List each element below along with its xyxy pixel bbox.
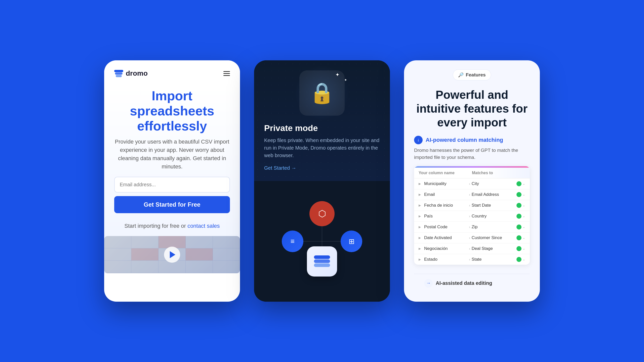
chevron-icon: ⌄: [522, 257, 525, 261]
headline-line2: spreadsheets: [130, 104, 214, 118]
sparkle-2-icon: ✦: [344, 78, 347, 82]
get-started-link[interactable]: Get Started →: [264, 165, 380, 171]
orbit-right-node: ⊞: [341, 231, 362, 252]
subtext: Start importing for free or contact sale…: [114, 222, 230, 230]
phone3-title: Powerful and intuitive features for ever…: [404, 85, 540, 136]
col-right-3: Country: [472, 214, 515, 219]
column-match-table: Your column name Matches to ▶ Municipali…: [414, 166, 530, 265]
expand-icon: ▶: [419, 236, 422, 240]
col-right-4: Zip: [472, 224, 515, 230]
expand-icon: ▶: [419, 214, 422, 218]
get-started-text: Get Started →: [264, 165, 296, 171]
headline-accent: effortlessly: [137, 119, 207, 133]
col-right-6: Deal Stage: [472, 246, 515, 251]
video-overlay: [104, 236, 240, 273]
chevron-icon: ⌄: [522, 236, 525, 240]
hero-description: Provide your users with a beautiful CSV …: [114, 138, 230, 171]
headline-line1: Import: [152, 88, 192, 103]
subtext-prefix: Start importing for free or: [124, 223, 186, 229]
chevron-icon: ⌄: [522, 193, 525, 196]
col-left-4: Postal Code: [424, 224, 467, 230]
col-left-0: Municipality: [424, 181, 467, 186]
fingerprint-container: 🔒 ✦ ✦: [299, 70, 345, 116]
chevron-icon: ⌄: [522, 214, 525, 218]
feature2-title: AI-assisted data editing: [436, 280, 492, 286]
feature1-badge-icon: ↓: [414, 136, 423, 144]
badge-icon: 🔎: [458, 72, 464, 78]
fingerprint-glow: [294, 65, 350, 121]
col-left-6: Negociación: [424, 246, 467, 251]
table-row: ▶ Negociación › Deal Stage ⌄: [414, 243, 530, 254]
col-right-2: Start Date: [472, 203, 515, 208]
col-left-3: País: [424, 214, 467, 219]
col-header-right: Matches to: [472, 171, 525, 175]
col-left-1: Email: [424, 192, 467, 197]
status-green-icon: [516, 246, 521, 251]
feature1-desc: Dromo harnesses the power of GPT to matc…: [414, 147, 530, 161]
feature1-heading: ↓ AI-powered column matching: [414, 136, 530, 144]
status-green-icon: [516, 192, 521, 197]
col-right-0: City: [472, 181, 515, 186]
expand-icon: ▶: [419, 193, 422, 196]
headline: Import spreadsheets effortlessly: [114, 88, 230, 133]
status-green-icon: [516, 203, 521, 208]
phone3-feature-1: ↓ AI-powered column matching Dromo harne…: [404, 136, 540, 274]
fingerprint-bg: 🔒 ✦ ✦: [299, 70, 345, 116]
orbit-top-icon: ⬡: [318, 208, 326, 219]
orbit-left-icon: ≡: [291, 237, 295, 245]
col-left-7: Estado: [424, 257, 467, 262]
table-row: ▶ Estado › State ⌄: [414, 254, 530, 265]
phones-container: dromo Import spreadsheets effortlessly P…: [104, 60, 540, 302]
col-right-5: Customer Since: [472, 235, 515, 240]
database-icon: [314, 255, 330, 267]
phone2-top: 🔒 ✦ ✦ Private mode Keep files private. W…: [254, 60, 390, 181]
phone-3: 🔎 Features Powerful and intuitive featur…: [404, 60, 540, 302]
status-green-icon: [516, 181, 521, 186]
feature1-title: AI-powered column matching: [426, 137, 503, 143]
table-row: ▶ Date Activated › Customer Since ⌄: [414, 233, 530, 243]
status-green-icon: [516, 214, 521, 219]
status-green-icon: [516, 235, 521, 240]
badge-label: Features: [466, 72, 486, 78]
sparkle-1-icon: ✦: [335, 72, 340, 78]
phone3-header: 🔎 Features: [404, 60, 540, 85]
status-green-icon: [516, 224, 521, 230]
phone1-hero: Import spreadsheets effortlessly Provide…: [104, 83, 240, 273]
col-left-5: Date Activated: [424, 235, 467, 240]
phone1-logo: dromo: [114, 69, 148, 77]
expand-icon: ▶: [419, 204, 422, 207]
table-row: ▶ País › Country ⌄: [414, 211, 530, 222]
hamburger-menu-icon[interactable]: [223, 71, 230, 76]
private-mode-title: Private mode: [264, 123, 380, 133]
table-header: Your column name Matches to: [414, 168, 530, 178]
logo-text: dromo: [126, 69, 148, 77]
table-row: ▶ Municipality › City ⌄: [414, 178, 530, 189]
features-badge: 🔎 Features: [453, 69, 491, 80]
orbit-diagram: ⬡ ≡ ⊞: [282, 201, 362, 282]
chevron-icon: ⌄: [522, 203, 525, 207]
expand-icon: ▶: [419, 225, 422, 229]
chevron-icon: ⌄: [522, 225, 525, 229]
contact-sales-link[interactable]: contact sales: [187, 223, 220, 229]
feature2-arrow-icon: →: [424, 279, 433, 288]
orbit-left-node: ≡: [282, 231, 303, 252]
status-green-icon: [516, 257, 521, 262]
get-started-button[interactable]: Get Started for Free: [114, 196, 230, 213]
features-title: Powerful and intuitive features for ever…: [414, 88, 530, 130]
play-triangle-icon: [170, 251, 175, 258]
col-right-7: State: [472, 257, 515, 262]
expand-icon: ▶: [419, 258, 422, 261]
expand-icon: ▶: [419, 247, 422, 250]
col-left-2: Fecha de inicio: [424, 203, 467, 208]
phone1-header: dromo: [104, 60, 240, 83]
orbit-center-node: [307, 246, 337, 277]
play-button[interactable]: [164, 247, 180, 263]
phone2-bottom: ⬡ ≡ ⊞: [254, 181, 390, 302]
table-row: ▶ Email › Email Address ⌄: [414, 189, 530, 200]
phone2-text: Private mode Keep files private. When em…: [264, 123, 380, 171]
orbit-top-node: ⬡: [309, 201, 335, 226]
phone-1: dromo Import spreadsheets effortlessly P…: [104, 60, 240, 302]
table-row: ▶ Fecha de inicio › Start Date ⌄: [414, 200, 530, 211]
orbit-right-icon: ⊞: [349, 237, 354, 246]
email-input[interactable]: [114, 177, 230, 193]
